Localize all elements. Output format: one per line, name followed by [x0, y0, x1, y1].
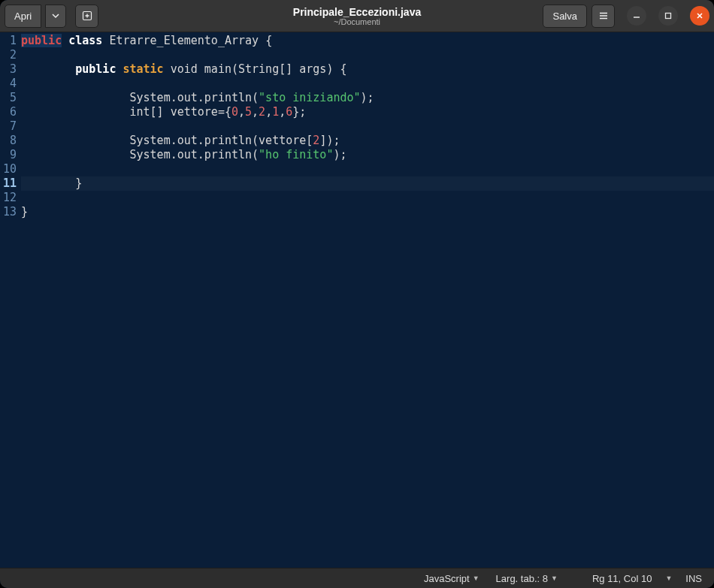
insert-mode-indicator[interactable]: INS [681, 568, 706, 588]
titlebar-left-controls: Apri [5, 5, 98, 28]
line-number: 5 [0, 91, 17, 105]
editor-area[interactable]: 12345678910111213 public class Etrarre_E… [0, 32, 714, 568]
code-line: System.out.println("sto iniziando"); [21, 91, 714, 105]
code-line [21, 119, 714, 134]
code-line [21, 191, 714, 205]
line-number-gutter: 12345678910111213 [0, 32, 20, 568]
chevron-down-icon: ▼ [551, 574, 558, 582]
cursor-position[interactable]: Rg 11, Col 10 [588, 568, 657, 588]
minimize-icon [633, 12, 640, 20]
open-button[interactable]: Apri [5, 5, 41, 28]
svg-rect-1 [666, 14, 671, 19]
line-number: 9 [0, 148, 17, 162]
line-number: 6 [0, 105, 17, 119]
code-line: } [21, 205, 714, 219]
titlebar-title-block: Principale_Eccezioni.java ~/Documenti [293, 6, 421, 26]
language-label: JavaScript [424, 573, 470, 584]
code-line [21, 77, 714, 91]
code-line [21, 48, 714, 62]
line-ending-selector[interactable]: ▼ [664, 568, 673, 588]
language-selector[interactable]: JavaScript ▼ [419, 568, 484, 588]
line-number: 11 [0, 176, 17, 191]
code-line: System.out.println(vettore[2]); [21, 134, 714, 148]
new-tab-icon [81, 10, 93, 22]
line-number: 4 [0, 77, 17, 91]
titlebar: Apri Principale_Eccezioni.java ~/Documen… [0, 0, 714, 32]
window-subtitle: ~/Documenti [293, 17, 421, 26]
window-title: Principale_Eccezioni.java [293, 6, 421, 18]
save-button[interactable]: Salva [543, 5, 587, 28]
open-recent-dropdown[interactable] [45, 5, 66, 28]
line-number: 10 [0, 162, 17, 176]
hamburger-menu-button[interactable] [591, 5, 615, 28]
minimize-button[interactable] [627, 6, 646, 26]
chevron-down-icon: ▼ [473, 574, 480, 582]
chevron-down-icon: ▼ [665, 574, 672, 582]
tab-width-selector[interactable]: Larg. tab.: 8 ▼ [492, 568, 562, 588]
code-line: int[] vettore={0,5,2,1,6}; [21, 105, 714, 119]
maximize-button[interactable] [658, 6, 678, 26]
line-number: 3 [0, 62, 17, 77]
hamburger-icon [598, 11, 609, 21]
line-number: 1 [0, 34, 17, 48]
code-line [21, 162, 714, 176]
close-icon [696, 12, 703, 20]
app-window: Apri Principale_Eccezioni.java ~/Documen… [0, 0, 714, 588]
chevron-down-icon [52, 12, 59, 20]
line-number: 2 [0, 48, 17, 62]
line-number: 7 [0, 119, 17, 134]
close-button[interactable] [690, 6, 709, 26]
code-line: public class Etrarre_Elemento_Array { [21, 34, 714, 48]
code-line: public static void main(String[] args) { [21, 62, 714, 77]
code-line: System.out.println("ho finito"); [21, 148, 714, 162]
line-number: 8 [0, 134, 17, 148]
line-number: 12 [0, 191, 17, 205]
cursor-position-label: Rg 11, Col 10 [592, 573, 652, 584]
open-button-label: Apri [14, 11, 32, 22]
save-button-label: Salva [552, 11, 577, 22]
maximize-icon [664, 12, 672, 20]
new-tab-button[interactable] [75, 5, 98, 28]
statusbar: JavaScript ▼ Larg. tab.: 8 ▼ Rg 11, Col … [0, 568, 714, 588]
titlebar-right-controls: Salva [543, 5, 709, 28]
code-content[interactable]: public class Etrarre_Elemento_Array { pu… [20, 32, 714, 568]
tab-width-label: Larg. tab.: 8 [496, 573, 548, 584]
line-number: 13 [0, 205, 17, 219]
insert-mode-label: INS [685, 573, 702, 584]
code-line: } [21, 176, 714, 191]
